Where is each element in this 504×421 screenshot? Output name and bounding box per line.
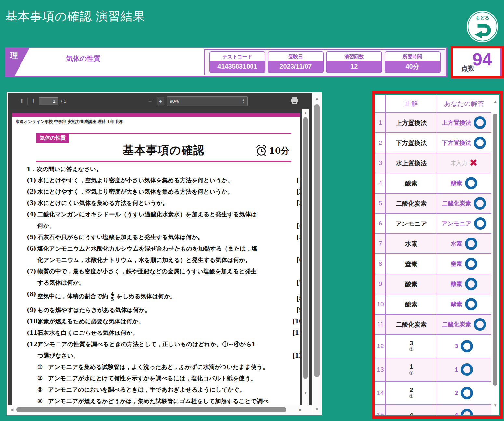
scroll-down-icon[interactable]: ▼ bbox=[491, 403, 499, 408]
your-answer-cell: 上方置換法 bbox=[437, 113, 491, 132]
table-row: 12 3 ③ 3 bbox=[375, 335, 499, 358]
question-number: (5) bbox=[27, 231, 36, 243]
table-row: 3 水上置換法 未入力 ✖ bbox=[375, 153, 499, 173]
question-row: (12)アンモニアの性質を調べるときの方法として，正しいものはどれか。①～④から… bbox=[27, 338, 287, 361]
correct-answer-cell: 酸素 bbox=[386, 274, 437, 294]
option-text: アンモニアのにおいを調べるときは，手であおぎよせるようにしてかぐ。 bbox=[48, 386, 245, 393]
result-mark-icon bbox=[465, 258, 477, 270]
document-header: 気体の性質 基本事項の確認 10分 bbox=[36, 133, 291, 162]
your-answer-cell: 未入力 ✖ bbox=[437, 153, 491, 173]
scroll-left-icon[interactable]: ◀ bbox=[10, 407, 13, 412]
your-answer: 2 bbox=[455, 390, 458, 397]
scrollbar-thumb[interactable] bbox=[303, 117, 308, 379]
answer-table: 正解 あなたの解答 1 上方置換法 上方置換法 2 下方置換法 下方置換法 3 … bbox=[375, 95, 499, 415]
scroll-right-icon[interactable]: ▶ bbox=[299, 407, 302, 412]
document-school-line: 東進オンライン学校 中学部 実戦力養成講座 理科 1年 化学 bbox=[16, 119, 300, 125]
scroll-up-icon[interactable]: ▲ bbox=[313, 96, 321, 101]
scroll-down-icon[interactable]: ▼ bbox=[302, 391, 309, 395]
row-number: 9 bbox=[375, 274, 386, 294]
your-answer: 未入力 bbox=[451, 159, 467, 167]
question-row: (4)二酸化マンガンにオキシドール（うすい過酸化水素水）を加えると発生する気体は… bbox=[27, 209, 287, 231]
field-value: 12 bbox=[327, 61, 381, 72]
option-number: ④ bbox=[37, 395, 43, 405]
correct-answer: 水素 bbox=[405, 240, 417, 247]
your-answer: 水素 bbox=[451, 240, 462, 248]
option-text: アンモニアが水にとけて何性を示すかを調べるには，塩化コバルト紙を使う。 bbox=[48, 375, 256, 382]
table-row: 14 2 ② 2 bbox=[375, 382, 499, 405]
scrollbar-thumb[interactable] bbox=[314, 104, 320, 377]
result-mark-icon bbox=[474, 197, 486, 210]
your-answer-cell: 水素 bbox=[437, 234, 491, 253]
your-answer-cell: 酸素 bbox=[437, 294, 491, 314]
your-answer: 4 bbox=[455, 412, 458, 416]
your-answer-cell: 酸素 bbox=[437, 274, 491, 294]
question-text: 塩化アンモニウムと水酸化カルシウムを混ぜ合わせたものを加熱する（または，塩化アン… bbox=[37, 245, 258, 263]
scroll-up-icon[interactable]: ▲ bbox=[491, 99, 499, 104]
table-row: 8 窒素 窒素 bbox=[375, 254, 499, 274]
answer-box-number: [12] bbox=[292, 350, 300, 361]
your-answer-cell: 窒素 bbox=[437, 254, 491, 274]
answer-rows: 1 上方置換法 上方置換法 2 下方置換法 下方置換法 3 水上置換法 未入力 … bbox=[375, 113, 499, 415]
correct-answer-cell: 1 ① bbox=[386, 358, 437, 381]
question-number: (12) bbox=[27, 338, 40, 350]
test-info-field: 演習回数 12 bbox=[326, 51, 382, 73]
row-number: 8 bbox=[375, 254, 386, 274]
answer-box-number: [7] bbox=[296, 277, 300, 288]
field-label: 所要時間 bbox=[385, 52, 440, 61]
pdf-inner-vertical-scrollbar[interactable]: ▲ ▼ bbox=[302, 109, 309, 405]
correct-answer: 上方置換法 bbox=[396, 119, 427, 126]
scrollbar-thumb[interactable] bbox=[16, 407, 286, 412]
your-answer: 二酸化炭素 bbox=[442, 320, 471, 328]
page-up-icon[interactable]: ⬆ bbox=[20, 98, 24, 104]
field-label: テストコード bbox=[210, 52, 265, 61]
answer-box-number: [4] bbox=[296, 220, 300, 231]
answer-box-number: [11] bbox=[292, 327, 300, 338]
test-info-field: テストコード 41435831001 bbox=[209, 51, 265, 73]
zoom-in-button[interactable]: + bbox=[157, 97, 164, 105]
row-number: 3 bbox=[375, 153, 386, 173]
question-number: (2) bbox=[27, 186, 36, 197]
question-number: (9) bbox=[27, 304, 36, 316]
correct-answer-cell: 窒素 bbox=[386, 254, 437, 274]
print-icon[interactable] bbox=[290, 97, 299, 105]
correct-answer: 酸素 bbox=[405, 180, 417, 187]
page-down-icon[interactable]: ⬇ bbox=[31, 98, 35, 104]
zoom-out-button[interactable]: − bbox=[146, 97, 154, 105]
option-text: アンモニアを集める試験管は，よく洗ったあと，ふかずに水滴がついたまま使う。 bbox=[48, 363, 268, 370]
test-header-bar: 理 気体の性質 テストコード 41435831001 受験日 2023/11/0… bbox=[5, 47, 447, 77]
table-vertical-scrollbar[interactable]: ▲ ▼ bbox=[491, 95, 499, 415]
question-text: 水にとけやすく，空気より密度が大きい気体を集める方法を何というか。 bbox=[37, 188, 233, 195]
page-number-input[interactable] bbox=[39, 97, 58, 105]
scrollbar-thumb[interactable] bbox=[493, 114, 497, 386]
scroll-up-icon[interactable]: ▲ bbox=[302, 111, 309, 115]
your-answer: 酸素 bbox=[451, 280, 462, 288]
field-value: 40分 bbox=[385, 61, 440, 72]
field-value: 2023/11/07 bbox=[268, 61, 323, 72]
answer-box-number: [5] bbox=[296, 231, 300, 243]
correct-answer-cell: 水素 bbox=[386, 234, 437, 253]
question-text: 二酸化マンガンにオキシドール（うすい過酸化水素水）を加えると発生する気体は何か。 bbox=[37, 211, 257, 229]
question-row: (7)物質の中で，最も密度が小さく，鉄や亜鉛などの金属にうすい塩酸を加えると発生… bbox=[27, 265, 287, 288]
your-answer-cell: 酸素 bbox=[437, 173, 491, 193]
correct-answer: 下方置換法 bbox=[396, 140, 427, 146]
question-number: (1) bbox=[27, 174, 36, 186]
pdf-horizontal-scrollbar[interactable]: ◀ ▶ bbox=[8, 405, 312, 414]
row-number: 12 bbox=[375, 335, 386, 358]
zoom-level-select[interactable]: 90% ▲▼ bbox=[167, 96, 248, 106]
back-button[interactable]: もどる bbox=[467, 11, 498, 42]
answer-box-number: [6] bbox=[296, 254, 300, 265]
your-answer-cell: 4 bbox=[437, 405, 491, 415]
header-correct-answer: 正解 bbox=[386, 95, 437, 112]
correct-answer-cell: 二酸化炭素 bbox=[386, 315, 437, 334]
scroll-down-icon[interactable]: ▼ bbox=[313, 407, 321, 412]
back-button-label: もどる bbox=[467, 15, 498, 21]
table-row: 4 酸素 酸素 bbox=[375, 173, 499, 194]
question-text: アンモニアの性質を調べるときの方法として，正しいものはどれか。①～④から1つ選び… bbox=[37, 341, 256, 359]
document-intro: 1．次の問いに答えなさい。 bbox=[27, 165, 291, 173]
table-row: 2 下方置換法 下方置換法 bbox=[375, 133, 499, 153]
result-mark-icon bbox=[461, 340, 473, 352]
panel-vertical-scrollbar[interactable]: ▲ ▼ bbox=[313, 93, 321, 414]
question-text: 水素が燃えるために必要な気体は何か。 bbox=[37, 318, 144, 325]
correct-answer: 窒素 bbox=[405, 261, 417, 267]
row-number: 5 bbox=[375, 194, 386, 213]
